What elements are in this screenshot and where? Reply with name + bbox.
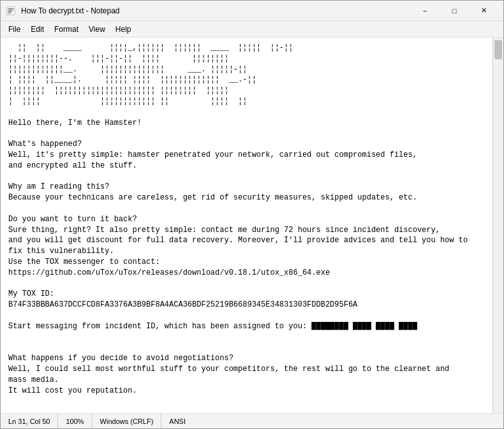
cursor-position: Ln 31, Col 50 bbox=[8, 414, 58, 428]
window-controls: − □ ✕ bbox=[410, 1, 498, 21]
menu-file[interactable]: File bbox=[3, 23, 26, 36]
line-endings: Windows (CRLF) bbox=[93, 414, 162, 428]
app-icon bbox=[6, 6, 16, 16]
menu-view[interactable]: View bbox=[84, 23, 110, 36]
text-content[interactable] bbox=[1, 38, 493, 413]
menu-edit[interactable]: Edit bbox=[26, 23, 49, 36]
close-button[interactable]: ✕ bbox=[469, 1, 498, 21]
zoom-level: 100% bbox=[58, 414, 92, 428]
maximize-button[interactable]: □ bbox=[440, 1, 469, 21]
scrollbar-vertical[interactable] bbox=[493, 38, 503, 413]
menu-format[interactable]: Format bbox=[49, 23, 84, 36]
status-bar: Ln 31, Col 50 100% Windows (CRLF) ANSI bbox=[1, 413, 503, 428]
minimize-button[interactable]: − bbox=[410, 1, 440, 21]
encoding: ANSI bbox=[161, 414, 193, 428]
menu-bar: File Edit Format View Help bbox=[1, 21, 503, 38]
content-area bbox=[1, 38, 503, 413]
menu-help[interactable]: Help bbox=[110, 23, 137, 36]
notepad-window: How To decrypt.txt - Notepad − □ ✕ File … bbox=[0, 0, 504, 429]
scrollbar-thumb[interactable] bbox=[494, 40, 502, 59]
title-bar: How To decrypt.txt - Notepad − □ ✕ bbox=[1, 1, 503, 21]
window-title: How To decrypt.txt - Notepad bbox=[21, 6, 410, 15]
